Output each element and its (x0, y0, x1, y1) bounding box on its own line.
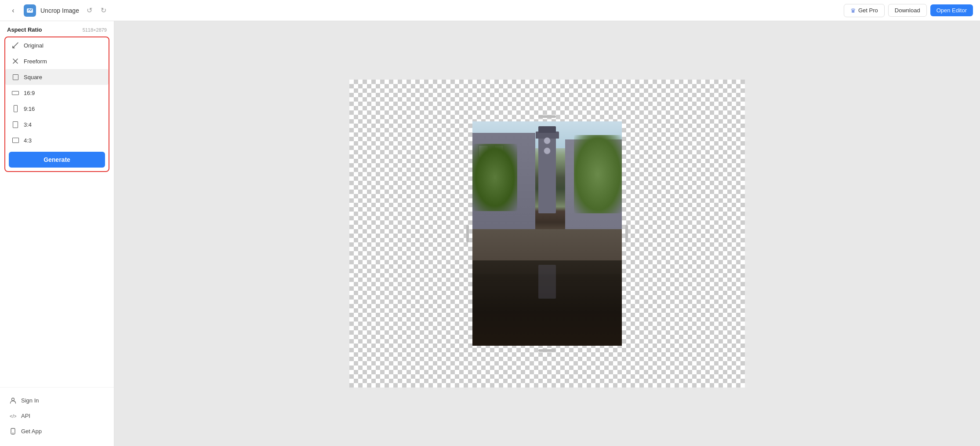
original-icon (11, 41, 19, 49)
drag-handle-left[interactable] (466, 225, 469, 242)
drag-handle-bottom[interactable] (538, 349, 556, 352)
topbar-right: ♛ Get Pro Download Open Editor (844, 4, 973, 17)
canvas-area (114, 21, 980, 446)
download-button[interactable]: Download (888, 4, 927, 17)
photo-wrapper[interactable] (472, 121, 622, 346)
drag-handle-right[interactable] (625, 225, 628, 242)
topbar-left: ‹ Uncrop Image ↺ ↻ (7, 4, 838, 17)
aspect-option-original[interactable]: Original (5, 37, 109, 53)
image-size: 5118×2879 (83, 27, 107, 33)
aspect-option-square[interactable]: Square (5, 69, 109, 85)
topbar: ‹ Uncrop Image ↺ ↻ ♛ Get Pro Download Op… (0, 0, 980, 21)
tree-left (472, 144, 517, 211)
sidebar: Aspect Ratio 5118×2879 Original Freeform (0, 21, 114, 446)
43-label: 4:3 (24, 137, 32, 144)
clock-tower (538, 135, 556, 214)
sidebar-link-api[interactable]: </> API (0, 408, 114, 424)
history-controls: ↺ ↻ (83, 4, 110, 17)
generate-button[interactable]: Generate (9, 152, 105, 168)
main-layout: Aspect Ratio 5118×2879 Original Freeform (0, 21, 980, 446)
aspect-option-freeform[interactable]: Freeform (5, 53, 109, 69)
sign-in-icon (9, 397, 17, 404)
sidebar-link-get-app[interactable]: Get App (0, 424, 114, 439)
get-app-label: Get App (21, 428, 42, 435)
original-label: Original (24, 42, 44, 49)
puddle (472, 260, 622, 346)
sidebar-top: Aspect Ratio 5118×2879 Original Freeform (0, 21, 114, 387)
sign-in-label: Sign In (21, 397, 39, 404)
aspect-option-34[interactable]: 3:4 (5, 117, 109, 132)
sidebar-bottom: Sign In </> API Get App (0, 387, 114, 446)
open-editor-button[interactable]: Open Editor (930, 4, 973, 16)
api-label: API (21, 413, 30, 419)
redo-button[interactable]: ↻ (98, 4, 110, 17)
aspect-panel: Original Freeform Square (4, 37, 109, 172)
get-pro-label: Get Pro (858, 7, 878, 14)
get-pro-button[interactable]: ♛ Get Pro (844, 4, 885, 17)
aspect-option-169[interactable]: 16:9 (5, 85, 109, 101)
svg-point-4 (12, 433, 13, 434)
aspect-ratio-label: Aspect Ratio (7, 26, 42, 33)
square-icon (11, 73, 19, 81)
freeform-icon (11, 57, 19, 65)
get-app-icon (9, 428, 17, 435)
app-title: Uncrop Image (40, 7, 79, 14)
aspect-option-43[interactable]: 4:3 (5, 132, 109, 148)
app-icon (24, 4, 36, 17)
crown-icon: ♛ (850, 7, 856, 14)
169-label: 16:9 (24, 90, 35, 96)
undo-button[interactable]: ↺ (83, 4, 96, 17)
4-3-icon (11, 136, 19, 144)
sidebar-link-sign-in[interactable]: Sign In (0, 393, 114, 408)
aspect-option-916[interactable]: 9:16 (5, 101, 109, 117)
tree-right (574, 135, 622, 214)
svg-text:</>: </> (10, 413, 16, 419)
square-label: Square (24, 74, 42, 80)
drag-handle-top[interactable] (538, 115, 556, 118)
api-icon: </> (9, 413, 17, 419)
aspect-ratio-header: Aspect Ratio 5118×2879 (0, 26, 114, 37)
canvas-container (349, 80, 745, 388)
3-4-icon (11, 121, 19, 128)
9-16-icon (11, 105, 19, 113)
back-button[interactable]: ‹ (7, 4, 19, 17)
street-photo (472, 121, 622, 346)
svg-point-1 (11, 398, 14, 401)
916-label: 9:16 (24, 106, 35, 112)
16-9-icon (11, 89, 19, 97)
freeform-label: Freeform (24, 58, 47, 65)
34-label: 3:4 (24, 121, 32, 128)
